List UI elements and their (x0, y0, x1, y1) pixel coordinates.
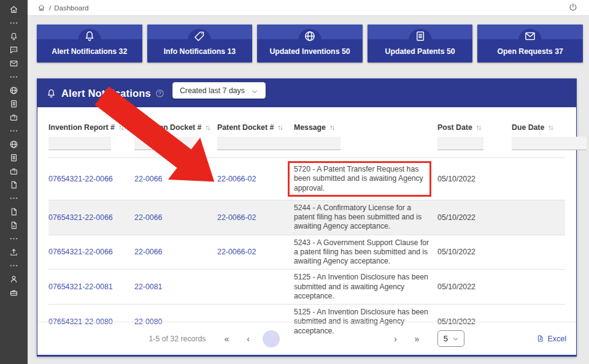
file-icon[interactable] (0, 178, 28, 191)
dots-icon (0, 232, 28, 245)
date-range-label: Created last 7 days (180, 86, 245, 95)
column-header[interactable]: Due Date ↑↓ (512, 123, 566, 132)
page-button[interactable] (263, 330, 280, 347)
help-icon[interactable] (155, 89, 164, 98)
person-icon[interactable] (0, 272, 28, 286)
invention-docket-link[interactable]: 22-0066 (134, 175, 217, 183)
card-label: Open Requests 37 (477, 47, 583, 56)
first-page-button[interactable]: « (220, 334, 233, 344)
column-filter-input[interactable] (48, 137, 111, 150)
home-icon[interactable] (0, 2, 28, 16)
message-cell: 5244 - A Confirmatory License for a pate… (294, 203, 437, 232)
patent-docket-link[interactable]: 22-0066-02 (217, 248, 294, 256)
column-header[interactable]: Patent Docket # ↑↓ (217, 123, 294, 132)
panel-header: Alert Notifications Created last 7 days (37, 79, 576, 107)
column-filter-input[interactable] (217, 137, 297, 150)
date-range-dropdown[interactable]: Created last 7 days (172, 82, 266, 99)
invention-docket-link[interactable]: 22-0066 (134, 213, 217, 222)
invention-docket-link[interactable]: 22-0066 (134, 248, 217, 256)
chat-icon[interactable] (0, 43, 28, 56)
patent-docket-link[interactable]: 22-0066-02 (217, 213, 294, 222)
page-size-value: 5 (444, 334, 448, 343)
excel-export-link[interactable]: Excel (536, 335, 566, 343)
summary-card[interactable]: Updated Patents 50 (368, 25, 473, 63)
home-icon[interactable] (37, 4, 45, 12)
page-button[interactable] (338, 330, 355, 347)
dots-icon (0, 191, 28, 205)
post-date-cell: 05/10/2022 (437, 248, 512, 256)
card-label: Updated Patents 50 (368, 47, 473, 56)
power-icon[interactable] (568, 2, 579, 13)
globe-icon (304, 30, 316, 42)
chevron-down-icon (251, 87, 258, 94)
dots-icon (0, 259, 28, 272)
column-header[interactable]: Message ↑↓ (294, 123, 437, 132)
sort-icon[interactable]: ↑↓ (118, 124, 123, 131)
table-header-row: Invention Report # ↑↓ Invention Docket #… (48, 107, 565, 132)
invention-report-link[interactable]: 07654321-22-0066 (48, 248, 134, 256)
column-filter-input[interactable] (134, 137, 201, 150)
page-button[interactable] (288, 330, 305, 347)
globe-icon[interactable] (0, 137, 28, 151)
upload-icon[interactable] (0, 245, 28, 259)
mail-icon[interactable] (0, 56, 28, 70)
bell-icon (83, 30, 96, 42)
summary-card[interactable]: Open Requests 37 (477, 25, 583, 63)
table-footer: 1-5 of 32 records « ‹ › » 5 Excel (37, 322, 576, 355)
tag-icon (193, 30, 206, 42)
page-button[interactable] (363, 330, 380, 347)
invention-docket-link[interactable]: 22-0081 (134, 282, 217, 291)
column-filter-input[interactable] (294, 137, 341, 150)
bell-icon[interactable] (0, 29, 28, 43)
page-size-select[interactable]: 5 (437, 330, 464, 347)
column-header[interactable]: Invention Report # ↑↓ (48, 123, 134, 132)
file-icon[interactable] (0, 205, 28, 218)
table-row: 07654321-22-0066 22-0066 22-0066-02 5243… (48, 235, 565, 270)
column-filter-input[interactable] (437, 137, 483, 150)
chevron-down-icon (452, 335, 459, 342)
dashboard-page: / Dashboard Alert Notifications 32 Info … (0, 0, 589, 364)
table-row: 07654321-22-0081 22-0081 5125 - An Inven… (48, 269, 565, 304)
summary-card[interactable]: Alert Notifications 32 (37, 25, 142, 63)
post-date-cell: 05/10/2022 (437, 175, 512, 183)
column-header[interactable]: Post Date ↑↓ (437, 123, 512, 132)
records-summary: 1-5 of 32 records (149, 335, 206, 343)
book-icon[interactable] (0, 97, 28, 110)
dots-icon (0, 16, 28, 29)
page-button[interactable] (313, 330, 330, 347)
invention-report-link[interactable]: 07654321-22-0066 (48, 213, 134, 222)
book-icon[interactable] (0, 151, 28, 164)
sort-icon[interactable]: ↑↓ (476, 124, 481, 131)
invention-report-link[interactable]: 07654321-22-0066 (48, 175, 134, 183)
file-pdf-icon[interactable] (0, 218, 28, 232)
table-row: 07654321-22-0066 22-0066 22-0066-02 5720… (48, 157, 565, 200)
post-date-cell: 05/10/2022 (437, 282, 512, 291)
globe-icon[interactable] (0, 83, 28, 97)
sort-icon[interactable]: ↑↓ (548, 124, 553, 131)
dots-icon (0, 124, 28, 137)
panel-title: Alert Notifications (61, 88, 151, 99)
next-page-button[interactable]: › (388, 334, 402, 344)
summary-card[interactable]: Info Notifications 13 (147, 25, 253, 63)
pagination: 1-5 of 32 records « ‹ › » 5 (149, 330, 465, 347)
table-row: 07654321-22-0066 22-0066 22-0066-02 5244… (48, 200, 565, 235)
last-page-button[interactable]: » (410, 334, 423, 344)
invention-report-link[interactable]: 07654321-22-0081 (48, 282, 134, 291)
case-icon[interactable] (0, 164, 28, 178)
patent-docket-link[interactable]: 22-0066-02 (217, 175, 294, 183)
table-body: 07654321-22-0066 22-0066 22-0066-02 5720… (48, 157, 565, 339)
card-label: Updated Inventions 50 (257, 47, 363, 56)
sort-icon[interactable]: ↑↓ (205, 124, 210, 131)
message-cell: 5243 - A Government Support Clause for a… (294, 238, 437, 267)
sort-icon[interactable]: ↑↓ (277, 124, 282, 131)
column-filter-input[interactable] (512, 137, 587, 150)
summary-card[interactable]: Updated Inventions 50 (257, 25, 363, 63)
summary-cards: Alert Notifications 32 Info Notification… (37, 25, 583, 63)
notifications-table: Invention Report # ↑↓ Invention Docket #… (37, 107, 576, 339)
post-date-cell: 05/10/2022 (437, 213, 512, 222)
prev-page-button[interactable]: ‹ (241, 334, 255, 344)
column-header[interactable]: Invention Docket # ↑↓ (134, 123, 217, 132)
sort-icon[interactable]: ↑↓ (329, 124, 334, 131)
case-icon[interactable] (0, 110, 28, 124)
toolbox-icon[interactable] (0, 286, 28, 299)
